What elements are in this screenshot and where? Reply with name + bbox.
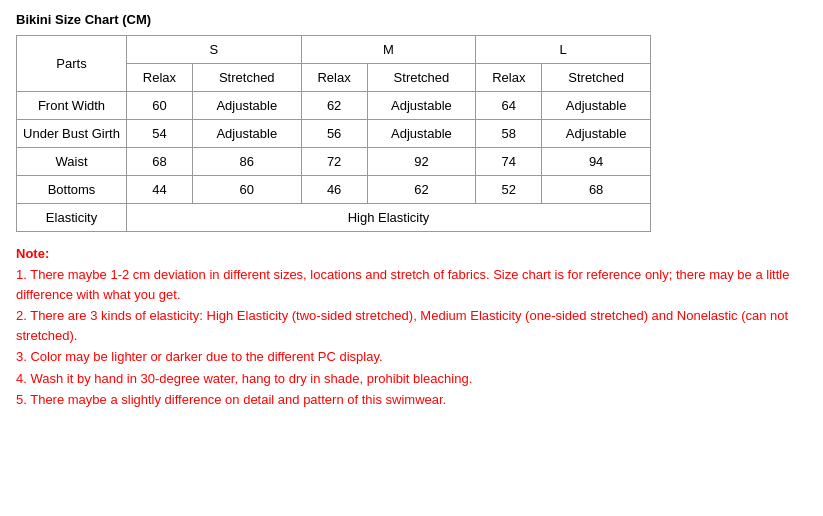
cell: 44: [127, 176, 193, 204]
cell: 46: [301, 176, 367, 204]
cell: 62: [367, 176, 476, 204]
elasticity-row: Elasticity High Elasticity: [17, 204, 651, 232]
l-header: L: [476, 36, 651, 64]
note-item-3: 3. Color may be lighter or darker due to…: [16, 347, 816, 367]
row-label: Bottoms: [17, 176, 127, 204]
l-stretched-header: Stretched: [542, 64, 651, 92]
note-item-4: 4. Wash it by hand in 30-degree water, h…: [16, 369, 816, 389]
note-item-2: 2. There are 3 kinds of elasticity: High…: [16, 306, 816, 345]
cell: 68: [542, 176, 651, 204]
m-stretched-header: Stretched: [367, 64, 476, 92]
s-header: S: [127, 36, 302, 64]
table-row: Waist 68 86 72 92 74 94: [17, 148, 651, 176]
m-header: M: [301, 36, 476, 64]
note-item-1: 1. There maybe 1-2 cm deviation in diffe…: [16, 265, 816, 304]
cell: 74: [476, 148, 542, 176]
table-row: Bottoms 44 60 46 62 52 68: [17, 176, 651, 204]
table-header-row1: Parts S M L: [17, 36, 651, 64]
table-row: Under Bust Girth 54 Adjustable 56 Adjust…: [17, 120, 651, 148]
cell: Adjustable: [192, 120, 301, 148]
l-relax-header: Relax: [476, 64, 542, 92]
note-item-5: 5. There maybe a slightly difference on …: [16, 390, 816, 410]
page-title: Bikini Size Chart (CM): [16, 12, 807, 27]
cell: Adjustable: [367, 92, 476, 120]
elasticity-value: High Elasticity: [127, 204, 651, 232]
notes-section: Note: 1. There maybe 1-2 cm deviation in…: [16, 246, 816, 410]
m-relax-header: Relax: [301, 64, 367, 92]
cell: 62: [301, 92, 367, 120]
cell: 54: [127, 120, 193, 148]
cell: Adjustable: [367, 120, 476, 148]
cell: 94: [542, 148, 651, 176]
cell: 86: [192, 148, 301, 176]
cell: 72: [301, 148, 367, 176]
note-title: Note:: [16, 246, 816, 261]
cell: 92: [367, 148, 476, 176]
row-label: Front Width: [17, 92, 127, 120]
s-stretched-header: Stretched: [192, 64, 301, 92]
cell: 52: [476, 176, 542, 204]
row-label: Waist: [17, 148, 127, 176]
table-row: Front Width 60 Adjustable 62 Adjustable …: [17, 92, 651, 120]
cell: 58: [476, 120, 542, 148]
cell: 56: [301, 120, 367, 148]
cell: 60: [127, 92, 193, 120]
cell: Adjustable: [542, 120, 651, 148]
cell: 68: [127, 148, 193, 176]
cell: 60: [192, 176, 301, 204]
cell: 64: [476, 92, 542, 120]
s-relax-header: Relax: [127, 64, 193, 92]
size-chart-table: Parts S M L Relax Stretched Relax Stretc…: [16, 35, 651, 232]
row-label: Under Bust Girth: [17, 120, 127, 148]
cell: Adjustable: [542, 92, 651, 120]
parts-header: Parts: [17, 36, 127, 92]
elasticity-label: Elasticity: [17, 204, 127, 232]
cell: Adjustable: [192, 92, 301, 120]
